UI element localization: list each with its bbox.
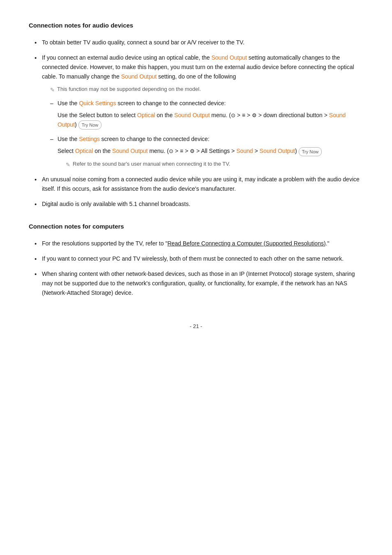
sub-item-2-intro-after: screen to change to the connected device… <box>100 136 210 142</box>
computers-bullet-list: For the resolutions supported by the TV,… <box>29 239 363 298</box>
audio-bullet-2-text-before: If you connect an external audio device … <box>42 54 212 61</box>
audio-bullet-1: To obtain better TV audio quality, conne… <box>33 38 363 47</box>
sub-item-2-paragraph: Select Optical on the Sound Output menu.… <box>58 146 363 156</box>
sub-item-1-paragraph: Use the Select button to select Optical … <box>58 111 363 130</box>
sub-item-1-intro: Use the <box>58 100 79 106</box>
gear-icon-2: ⚙ <box>190 148 195 154</box>
sound-output-link-3[interactable]: Sound Output <box>174 112 210 118</box>
computers-section: Connection notes for computers For the r… <box>29 222 363 298</box>
note-block-1: ✎ This function may not be supported dep… <box>42 85 363 94</box>
sub-p2-text5: > <box>183 148 190 154</box>
menu-icon-1: ≡ <box>242 112 245 118</box>
sub-p2-text7: > <box>253 148 260 154</box>
audio-bullet-4-text: Digital audio is only available with 5.1… <box>42 201 190 207</box>
c-bullet-1-text-after: ." <box>326 240 330 247</box>
audio-bullet-2: If you connect an external audio device … <box>33 53 363 169</box>
sound-output-link-1[interactable]: Sound Output <box>212 54 247 61</box>
sound-output-link-6[interactable]: Sound Output <box>260 148 295 154</box>
audio-bullet-list: To obtain better TV audio quality, conne… <box>29 38 363 209</box>
optical-link-1[interactable]: Optical <box>137 112 155 118</box>
computers-bullet-3: When sharing content with other network-… <box>33 269 363 298</box>
c-bullet-3-text: When sharing content with other network-… <box>42 271 355 296</box>
try-now-badge-1[interactable]: Try Now <box>78 120 102 130</box>
sub-item-2: Use the Settings screen to change to the… <box>50 134 363 169</box>
note-block-2: ✎ Refer to the sound bar's user manual w… <box>58 160 363 169</box>
sub-item-1-intro-after: screen to change to the connected device… <box>116 100 226 106</box>
sub-p2-text3: menu. ( <box>148 148 169 154</box>
sub-p2-text6: > All Settings > <box>195 148 236 154</box>
sub-p1-text6: > down directional button > <box>257 112 329 118</box>
sub-p2-text2: on the <box>93 148 112 154</box>
c-bullet-2-text: If you want to connect your PC and TV wi… <box>42 255 344 262</box>
sub-p2-text4: > <box>173 148 180 154</box>
note-text-1: This function may not be supported depen… <box>57 85 201 93</box>
sound-output-link-2[interactable]: Sound Output <box>121 73 157 80</box>
supported-resolutions-link[interactable]: Read Before Connecting a Computer (Suppo… <box>167 240 325 247</box>
c-bullet-1-text-before: For the resolutions supported by the TV,… <box>42 240 167 247</box>
computers-bullet-1: For the resolutions supported by the TV,… <box>33 239 363 248</box>
gear-icon-1: ⚙ <box>252 112 257 118</box>
audio-bullet-1-text: To obtain better TV audio quality, conne… <box>42 39 244 46</box>
sub-p1-text4: > <box>235 112 242 118</box>
sub-p2-text8: ) <box>295 148 297 154</box>
quick-settings-link[interactable]: Quick Settings <box>79 100 116 106</box>
home-icon-1: ⊙ <box>231 112 235 118</box>
menu-icon-2: ≡ <box>180 148 183 154</box>
computers-bullet-2: If you want to connect your PC and TV wi… <box>33 254 363 264</box>
note-text-2: Refer to the sound bar's user manual whe… <box>73 160 230 168</box>
sound-output-link-5[interactable]: Sound Output <box>112 148 148 154</box>
pencil-icon-1: ✎ <box>50 86 55 94</box>
sub-list-1: Use the Quick Settings screen to change … <box>42 99 363 169</box>
home-icon-2: ⊙ <box>169 148 173 154</box>
sub-p1-text3: menu. ( <box>210 112 231 118</box>
sub-p2-text1: Select <box>58 148 75 154</box>
audio-bullet-2-text-after: setting, do one of the following <box>157 73 236 80</box>
sub-item-1: Use the Quick Settings screen to change … <box>50 99 363 130</box>
pencil-icon-2: ✎ <box>66 160 70 169</box>
sub-p1-text5: > <box>245 112 252 118</box>
try-now-badge-2[interactable]: Try Now <box>299 147 322 156</box>
sub-item-2-intro: Use the <box>58 136 79 142</box>
audio-bullet-3-text: An unusual noise coming from a connected… <box>42 176 360 192</box>
sound-link-1[interactable]: Sound <box>236 148 253 154</box>
audio-bullet-4: Digital audio is only available with 5.1… <box>33 199 363 209</box>
sub-p1-text1: Use the Select button to select <box>58 112 137 118</box>
sub-p1-text2: on the <box>155 112 174 118</box>
audio-bullet-3: An unusual noise coming from a connected… <box>33 175 363 194</box>
section-computers-heading: Connection notes for computers <box>29 222 363 231</box>
optical-link-2[interactable]: Optical <box>75 148 93 154</box>
section-audio-heading: Connection notes for audio devices <box>29 21 363 30</box>
settings-link-1[interactable]: Settings <box>79 136 100 142</box>
page-number: - 21 - <box>29 322 363 331</box>
sub-p1-text7: ) <box>75 121 77 128</box>
